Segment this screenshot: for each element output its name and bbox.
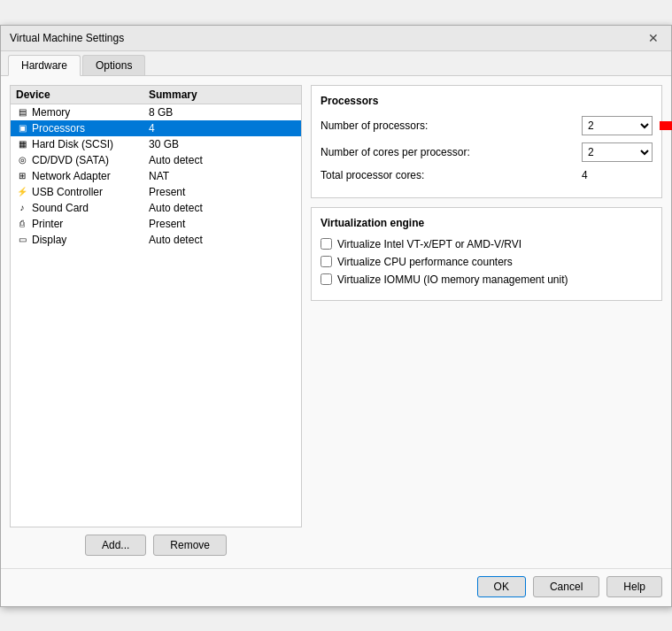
device-summary: Present: [149, 218, 296, 230]
svg-marker-0: [660, 112, 672, 139]
device-table: Device Summary ▤ Memory 8 GB ▣ Processor…: [10, 85, 302, 527]
cores-per-processor-label: Number of cores per processor:: [321, 146, 582, 158]
column-summary: Summary: [149, 88, 296, 101]
virt-option-1: Virtualize CPU performance counters: [321, 256, 653, 268]
device-summary: 8 GB: [149, 106, 296, 119]
num-processors-control-container: 1248: [582, 116, 653, 135]
table-row[interactable]: ⚡ USB Controller Present: [11, 184, 301, 200]
processors-section: Processors Number of processors: 1248 Nu…: [311, 85, 662, 198]
sound-icon: ♪: [16, 202, 28, 214]
cpu-icon: ▣: [16, 122, 28, 135]
device-summary: Auto detect: [149, 234, 296, 246]
table-row[interactable]: ⊞ Network Adapter NAT: [11, 168, 301, 184]
device-summary: NAT: [149, 170, 296, 182]
num-processors-row: Number of processors: 1248: [321, 116, 653, 135]
num-processors-select[interactable]: 1248: [582, 116, 653, 135]
virt-checkbox-1[interactable]: [321, 256, 332, 267]
processors-title: Processors: [321, 95, 653, 107]
window-title: Virtual Machine Settings: [10, 32, 124, 44]
table-header: Device Summary: [11, 86, 301, 104]
memory-icon: ▤: [16, 106, 28, 119]
cdrom-icon: ◎: [16, 154, 28, 166]
device-summary: Present: [149, 186, 296, 198]
table-row[interactable]: ▦ Hard Disk (SCSI) 30 GB: [11, 136, 301, 152]
device-summary: Auto detect: [149, 202, 296, 214]
device-summary: Auto detect: [149, 154, 296, 166]
close-button[interactable]: ✕: [645, 31, 662, 45]
device-name: Hard Disk (SCSI): [32, 138, 113, 150]
table-row[interactable]: ◎ CD/DVD (SATA) Auto detect: [11, 152, 301, 168]
hdd-icon: ▦: [16, 138, 28, 150]
tabs-bar: Hardware Options: [1, 51, 671, 76]
remove-button[interactable]: Remove: [153, 535, 227, 556]
virtual-machine-settings-window: Virtual Machine Settings ✕ Hardware Opti…: [0, 25, 672, 607]
title-bar: Virtual Machine Settings ✕: [1, 26, 671, 51]
device-table-buttons: Add... Remove: [10, 527, 302, 559]
table-row[interactable]: ▭ Display Auto detect: [11, 232, 301, 248]
display-icon: ▭: [16, 234, 28, 246]
device-name: Sound Card: [32, 202, 89, 214]
table-row[interactable]: ▣ Processors 4: [11, 120, 301, 136]
device-summary: 4: [149, 122, 296, 135]
red-arrow-icon: [660, 112, 672, 139]
main-content: Device Summary ▤ Memory 8 GB ▣ Processor…: [1, 76, 671, 568]
device-name: Printer: [32, 218, 63, 230]
virt-label-2: Virtualize IOMMU (IO memory management u…: [337, 273, 568, 286]
help-button[interactable]: Help: [606, 576, 662, 597]
virt-label-1: Virtualize CPU performance counters: [337, 256, 513, 268]
usb-icon: ⚡: [16, 186, 28, 198]
table-row[interactable]: ⎙ Printer Present: [11, 216, 301, 232]
right-panel: Processors Number of processors: 1248 Nu…: [311, 85, 662, 559]
left-panel: Device Summary ▤ Memory 8 GB ▣ Processor…: [10, 85, 302, 559]
virtualization-title: Virtualization engine: [321, 217, 653, 229]
device-name: CD/DVD (SATA): [32, 154, 109, 166]
device-name: Display: [32, 234, 66, 246]
total-cores-value: 4: [582, 169, 653, 181]
device-name: USB Controller: [32, 186, 103, 198]
table-row[interactable]: ▤ Memory 8 GB: [11, 104, 301, 120]
cores-per-processor-select[interactable]: 1248: [582, 142, 653, 162]
tab-hardware[interactable]: Hardware: [8, 55, 81, 76]
device-name: Network Adapter: [32, 170, 111, 182]
device-summary: 30 GB: [149, 138, 296, 150]
add-button[interactable]: Add...: [85, 535, 146, 556]
table-row[interactable]: ♪ Sound Card Auto detect: [11, 200, 301, 216]
tab-options[interactable]: Options: [82, 55, 145, 75]
table-body: ▤ Memory 8 GB ▣ Processors 4 ▦ Hard Disk…: [11, 104, 301, 248]
virtualization-section: Virtualization engine Virtualize Intel V…: [311, 207, 662, 301]
total-cores-label: Total processor cores:: [321, 169, 582, 181]
device-name: Processors: [32, 122, 85, 135]
virtualization-options: Virtualize Intel VT-x/EPT or AMD-V/RVI V…: [321, 238, 653, 286]
cancel-button[interactable]: Cancel: [533, 576, 599, 597]
network-icon: ⊞: [16, 170, 28, 182]
virt-checkbox-0[interactable]: [321, 238, 332, 250]
virt-checkbox-2[interactable]: [321, 273, 332, 285]
column-device: Device: [16, 88, 149, 101]
printer-icon: ⎙: [16, 218, 28, 230]
footer-buttons: OK Cancel Help: [1, 568, 671, 606]
cores-per-processor-row: Number of cores per processor: 1248: [321, 142, 653, 162]
device-name: Memory: [32, 106, 70, 119]
virt-label-0: Virtualize Intel VT-x/EPT or AMD-V/RVI: [337, 238, 521, 250]
virt-option-0: Virtualize Intel VT-x/EPT or AMD-V/RVI: [321, 238, 653, 250]
virt-option-2: Virtualize IOMMU (IO memory management u…: [321, 273, 653, 286]
num-processors-label: Number of processors:: [321, 119, 582, 132]
ok-button[interactable]: OK: [477, 576, 526, 597]
total-cores-row: Total processor cores: 4: [321, 169, 653, 181]
